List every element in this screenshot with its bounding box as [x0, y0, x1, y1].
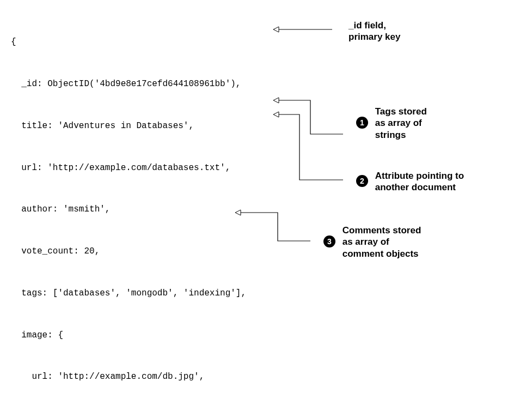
code-line: url: 'http://example.com/databases.txt', — [11, 161, 246, 176]
callout-arrow-image — [267, 110, 354, 186]
code-line-image-open: image: { — [11, 329, 246, 343]
annotation-id: _id field, primary key — [348, 20, 400, 43]
code-line: author: 'msmith', — [11, 203, 246, 217]
callout-number-icon: 2 — [356, 175, 368, 187]
code-line: { — [11, 35, 246, 50]
callout-number-icon: 1 — [356, 117, 368, 129]
code-line: title: 'Adventures in Databases', — [11, 119, 246, 134]
annotation-text-line: Comments stored — [343, 225, 421, 235]
code-line-id: _id: ObjectID('4bd9e8e17cefd644108961bb'… — [11, 77, 246, 92]
code-line-tags: tags: ['databases', 'mongodb', 'indexing… — [11, 287, 246, 301]
annotation-text-line: _id field, — [348, 20, 386, 31]
svg-marker-1 — [273, 27, 279, 32]
callout-arrow-tags — [267, 96, 354, 140]
annotation-text-line: Attribute pointing to — [375, 171, 464, 181]
annotation-text-line: as array of — [375, 118, 422, 128]
annotation-text-line: another document — [375, 182, 456, 192]
annotation-text-line: as array of — [343, 237, 389, 247]
code-line: url: 'http://example.com/db.jpg', — [11, 370, 246, 384]
annotation-comments: 3 Comments stored as array of comment ob… — [323, 225, 421, 259]
svg-marker-2 — [273, 98, 279, 103]
code-line: vote_count: 20, — [11, 245, 246, 259]
annotation-image: 2 Attribute pointing to another document — [356, 170, 464, 194]
annotation-tags: 1 Tags stored as array of strings — [356, 106, 427, 141]
callout-number-icon: 3 — [323, 235, 335, 247]
annotation-text-line: Tags stored — [375, 106, 427, 117]
code-block: { _id: ObjectID('4bd9e8e17cefd644108961b… — [11, 8, 246, 411]
figure-root: { _id: ObjectID('4bd9e8e17cefd644108961b… — [11, 8, 521, 406]
svg-marker-3 — [273, 112, 279, 117]
annotation-text-line: strings — [375, 130, 406, 140]
annotation-text-line: comment objects — [343, 249, 419, 259]
callout-arrow-id — [267, 24, 338, 35]
annotation-text-line: primary key — [348, 32, 400, 42]
